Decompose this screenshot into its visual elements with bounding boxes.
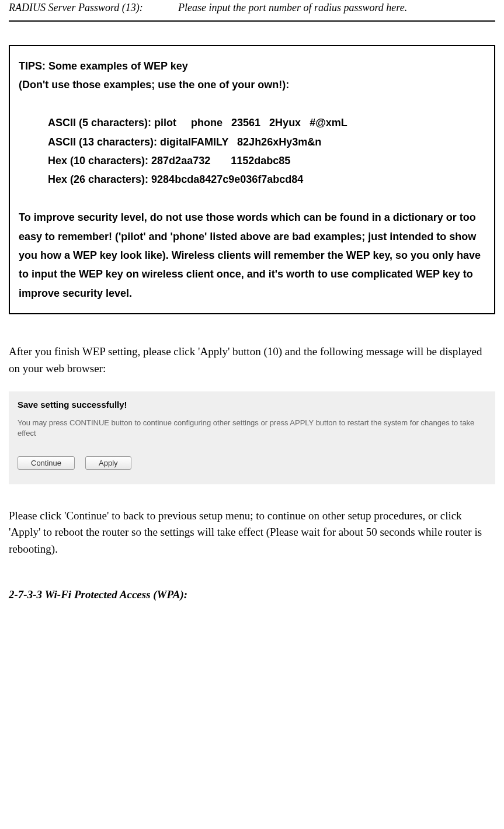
button-row: Continue Apply	[18, 456, 486, 470]
tips-example-line: Hex (26 characters): 9284bcda8427c9e036f…	[19, 170, 485, 189]
screenshot-title: Save setting successfully!	[18, 398, 486, 412]
tips-box: TIPS: Some examples of WEP key (Don't us…	[9, 45, 495, 314]
tips-example-line: ASCII (13 characters): digitalFAMILY 82J…	[19, 133, 485, 151]
screenshot-panel: Save setting successfully! You may press…	[9, 391, 495, 484]
table-row: RADIUS Server Password (13): Please inpu…	[9, 0, 495, 22]
screenshot-description: You may press CONTINUE button to continu…	[18, 418, 486, 439]
table-cell-label: RADIUS Server Password (13):	[9, 0, 178, 16]
tips-footer: To improve security level, do not use th…	[19, 208, 485, 303]
section-heading: 2-7-3-3 Wi-Fi Protected Access (WPA):	[9, 587, 495, 603]
tips-subtitle: (Don't use those examples; use the one o…	[19, 75, 485, 94]
body-paragraph: Please click 'Continue' to back to previ…	[9, 508, 495, 558]
body-paragraph: After you finish WEP setting, please cli…	[9, 344, 495, 377]
tips-title: TIPS: Some examples of WEP key	[19, 57, 485, 75]
continue-button[interactable]: Continue	[18, 456, 75, 470]
tips-example-line: Hex (10 characters): 287d2aa732 1152dabc…	[19, 151, 485, 170]
apply-button[interactable]: Apply	[85, 456, 131, 470]
tips-example-line: ASCII (5 characters): pilot phone 23561 …	[19, 113, 485, 132]
table-cell-description: Please input the port number of radius p…	[178, 0, 495, 16]
